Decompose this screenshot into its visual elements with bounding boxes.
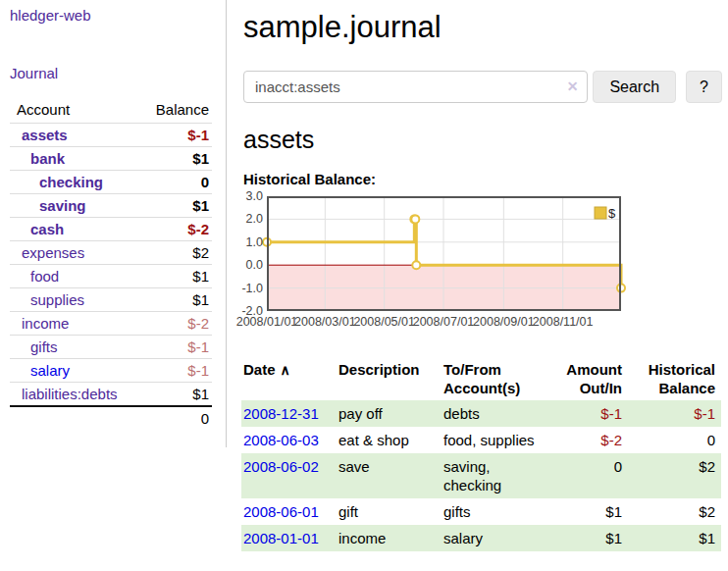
register-header-row: Date∧ Description To/From Account(s) Amo… — [241, 357, 721, 400]
account-link[interactable]: checking — [39, 174, 103, 190]
x-axis-tick-label: 2008/11/01 — [533, 315, 594, 329]
transaction-row[interactable]: 2008-06-01giftgifts$1$2 — [241, 498, 721, 525]
help-button[interactable]: ? — [686, 71, 722, 103]
account-row: cash$-2 — [10, 218, 212, 241]
account-link[interactable]: assets — [22, 127, 68, 143]
transaction-row[interactable]: 2008-06-03eat & shopfood, supplies$-20 — [241, 427, 721, 453]
account-row: checking0 — [10, 171, 212, 194]
transaction-balance: $-1 — [628, 400, 721, 427]
accounts-col-account: Account — [10, 97, 138, 124]
account-link[interactable]: supplies — [30, 291, 84, 308]
account-link[interactable]: gifts — [30, 338, 58, 355]
search-input[interactable] — [243, 71, 588, 103]
account-balance: $1 — [138, 194, 212, 218]
account-balance: $-1 — [138, 124, 212, 147]
transaction-amount: $-2 — [544, 427, 628, 453]
data-point-marker — [412, 261, 420, 269]
account-row: food$1 — [10, 265, 212, 288]
account-heading: assets — [243, 126, 722, 154]
register-col-balance: Historical Balance — [628, 357, 721, 400]
register-table: Date∧ Description To/From Account(s) Amo… — [241, 357, 721, 551]
transaction-balance: $2 — [628, 498, 721, 525]
transaction-amount: $1 — [544, 525, 628, 551]
transaction-balance: 0 — [628, 427, 721, 453]
account-link[interactable]: bank — [30, 150, 65, 167]
clear-search-icon[interactable]: ✕ — [567, 78, 579, 94]
account-row: saving$1 — [10, 194, 212, 218]
search-button[interactable]: Search — [593, 71, 676, 103]
date-header-label: Date — [243, 361, 276, 378]
chart-title: Historical Balance: — [243, 171, 722, 187]
y-axis-tick-label: 2.0 — [241, 212, 263, 226]
transaction-description: pay off — [337, 400, 442, 427]
transaction-date-link[interactable]: 2008-06-02 — [243, 458, 319, 475]
transaction-date-link[interactable]: 2008-12-31 — [243, 405, 319, 422]
transaction-description: income — [337, 525, 442, 551]
register-col-date[interactable]: Date∧ — [241, 357, 337, 400]
sort-ascending-icon: ∧ — [281, 362, 290, 378]
transaction-description: save — [337, 453, 442, 498]
transaction-accounts: salary — [442, 525, 544, 551]
nav-journal-link[interactable]: Journal — [10, 65, 58, 81]
transaction-balance: $1 — [628, 525, 721, 551]
transaction-row[interactable]: 2008-12-31pay offdebts$-1$-1 — [241, 400, 721, 427]
chart-plot-area[interactable]: $ — [267, 196, 621, 311]
y-axis-tick-label: 0.0 — [241, 258, 263, 272]
transaction-description: gift — [337, 498, 442, 525]
account-row: liabilities:debts$1 — [10, 383, 212, 407]
accounts-header-row: Account Balance — [10, 97, 212, 124]
account-link[interactable]: liabilities:debts — [22, 386, 118, 402]
hledger-web-app: hledger-web Journal Account Balance asse… — [0, 0, 728, 571]
account-link[interactable]: income — [22, 315, 69, 332]
account-balance: $-2 — [138, 218, 212, 241]
account-balance: $1 — [138, 288, 212, 312]
data-point-marker — [411, 215, 419, 223]
x-axis-tick-label: 2008/09/01 — [473, 315, 535, 329]
account-balance: $-1 — [138, 359, 212, 383]
transaction-accounts: debts — [442, 400, 544, 427]
historical-balance-chart[interactable]: $3.02.01.00.0-1.0-2.02008/01/012008/03/0… — [241, 196, 712, 332]
accounts-total-balance: 0 — [138, 406, 212, 430]
account-link[interactable]: cash — [30, 221, 64, 237]
transaction-date-link[interactable]: 2008-06-01 — [243, 503, 319, 520]
transaction-amount: $1 — [544, 498, 628, 525]
transaction-row[interactable]: 2008-06-02savesaving, checking0$2 — [241, 453, 721, 498]
main-content: sample.journal ✕ Search ? assets Histori… — [241, 0, 722, 551]
account-link[interactable]: expenses — [22, 244, 84, 261]
account-link[interactable]: food — [30, 268, 59, 285]
transaction-description: eat & shop — [337, 427, 442, 453]
register-col-description: Description — [337, 357, 442, 400]
transaction-accounts: food, supplies — [442, 427, 544, 453]
account-row: income$-2 — [10, 312, 212, 336]
account-balance: $1 — [138, 383, 212, 407]
app-title-link[interactable]: hledger-web — [10, 7, 91, 24]
transaction-date-link[interactable]: 2008-06-03 — [243, 432, 319, 448]
account-row: bank$1 — [10, 147, 212, 171]
transaction-row[interactable]: 2008-01-01incomesalary$1$1 — [241, 525, 721, 551]
account-link[interactable]: salary — [30, 362, 70, 379]
account-balance: $2 — [138, 241, 212, 265]
account-row: supplies$1 — [10, 288, 212, 312]
search-form: ✕ Search ? — [243, 71, 722, 103]
transaction-date-link[interactable]: 2008-01-01 — [243, 530, 319, 546]
account-link[interactable]: saving — [39, 197, 86, 214]
transaction-amount: $-1 — [544, 400, 628, 427]
x-axis-tick-label: 2008/03/01 — [294, 315, 356, 329]
account-row: salary$-1 — [10, 359, 212, 383]
y-axis-tick-label: -1.0 — [241, 282, 263, 295]
y-axis-tick-label: 3.0 — [241, 189, 263, 203]
register-col-accounts: To/From Account(s) — [442, 357, 544, 400]
account-row: assets$-1 — [10, 124, 212, 147]
account-balance: $1 — [138, 265, 212, 288]
account-row: gifts$-1 — [10, 336, 212, 359]
page-title: sample.journal — [243, 10, 722, 45]
y-axis-tick-label: 1.0 — [241, 235, 263, 249]
x-axis-tick-label: 2008/01/01 — [236, 315, 298, 329]
legend-label: $ — [608, 206, 616, 221]
legend-swatch — [595, 207, 606, 219]
account-balance: $1 — [138, 147, 212, 171]
sidebar: hledger-web Journal Account Balance asse… — [0, 0, 227, 447]
account-balance: 0 — [138, 171, 212, 194]
accounts-table: Account Balance assets$-1bank$1checking0… — [10, 97, 212, 430]
search-box: ✕ — [243, 71, 588, 103]
